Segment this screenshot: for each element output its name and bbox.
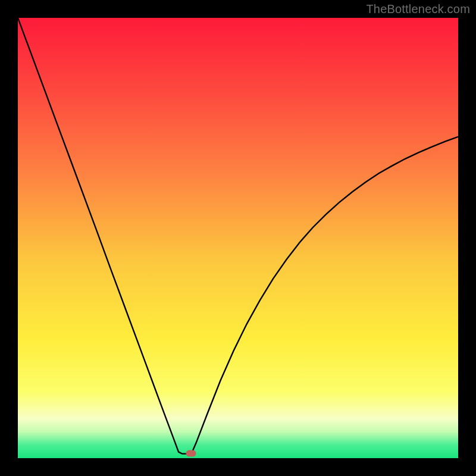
minimum-marker (186, 450, 196, 456)
watermark-text: TheBottleneck.com (366, 2, 470, 16)
bottleneck-curve (18, 18, 458, 454)
chart-frame: TheBottleneck.com (0, 0, 476, 476)
curve-layer (18, 18, 458, 458)
plot-area (18, 18, 458, 458)
